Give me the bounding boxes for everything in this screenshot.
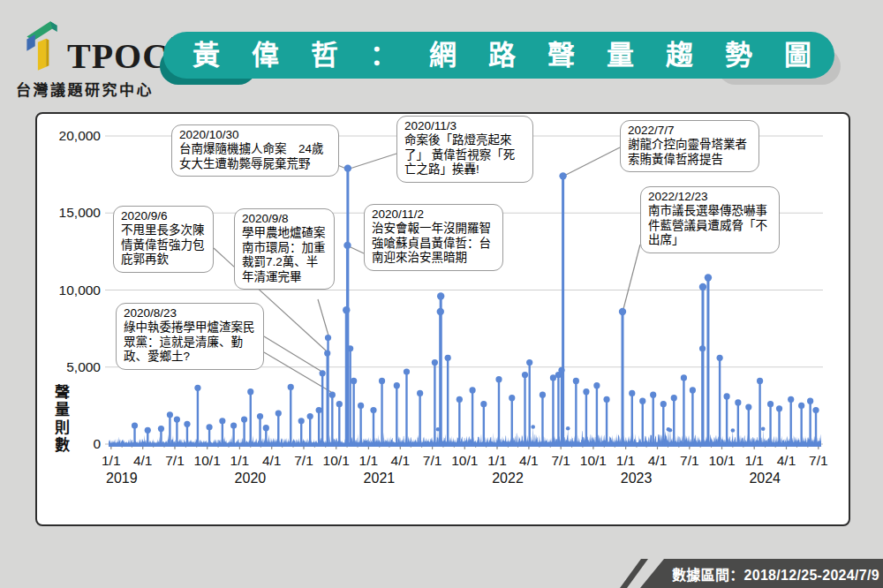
svg-text:7/1: 7/1	[551, 453, 570, 468]
annotation-date: 2020/10/30	[179, 128, 331, 142]
annotation-2022-7-7: 2022/7/7謝龍介控向靈骨塔業者索賄黃偉哲將提告	[620, 120, 759, 172]
svg-text:2019: 2019	[106, 471, 138, 486]
annotation-date: 2020/9/8	[242, 212, 327, 226]
svg-text:4/1: 4/1	[648, 453, 668, 468]
chart-card: 05,00010,00015,00020,0001/120194/17/110/…	[35, 112, 850, 526]
svg-text:2020: 2020	[235, 471, 267, 486]
svg-text:10/1: 10/1	[194, 453, 221, 468]
page-title-banner: 黃偉哲：網路聲量趨勢圖	[163, 32, 834, 79]
annotation-text: 謝龍介控向靈骨塔業者索賄黃偉哲將提告	[628, 138, 751, 167]
page-title: 黃偉哲：網路聲量趨勢圖	[163, 41, 843, 69]
annotation-text: 不甩里長多次陳情黃偉哲強力包庇郭再欽	[121, 223, 206, 267]
page-root: { "page": {"background": "#d7d7d6"}, "lo…	[0, 0, 883, 588]
annotation-text: 命案後「路燈亮起來了」 黃偉哲視察「死亡之路」挨轟!	[404, 133, 525, 177]
logo-ribbon-icon	[16, 16, 65, 72]
annotation-text: 南市議長選舉傳恐嚇事件藍營議員遭威脅「不出席」	[648, 204, 772, 247]
svg-text:1/1: 1/1	[744, 453, 764, 468]
svg-text:2022: 2022	[492, 471, 524, 486]
svg-text:7/1: 7/1	[423, 453, 442, 468]
annotation-2020-8-23: 2020/8/23綠中執委捲學甲爐渣案民眾黨：這就是清廉、勤政、愛鄉土?	[116, 303, 264, 370]
svg-text:1/1: 1/1	[487, 453, 507, 468]
svg-text:2021: 2021	[364, 471, 396, 486]
y-axis-title: 聲量則數	[49, 384, 72, 455]
svg-text:2024: 2024	[749, 471, 781, 486]
logo-subtitle: 台灣議題研究中心	[16, 78, 175, 100]
annotation-date: 2022/7/7	[628, 124, 751, 138]
annotation-date: 2020/9/6	[121, 209, 206, 223]
annotation-2020-11-2: 2020/11/2治安會報一年沒開羅智強嗆蘇貞昌黃偉哲：台南迎來治安黑暗期	[364, 204, 503, 271]
svg-text:1/1: 1/1	[102, 453, 121, 468]
annotation-text: 學甲農地爐碴案南市環局：加重裁罰7.2萬、半年清運完畢	[242, 226, 327, 284]
svg-text:1/1: 1/1	[230, 453, 250, 468]
svg-text:4/1: 4/1	[777, 453, 796, 468]
svg-text:5,000: 5,000	[66, 359, 101, 374]
annotation-date: 2020/11/2	[372, 207, 495, 222]
svg-text:2023: 2023	[621, 471, 653, 486]
annotation-2020-11-3: 2020/11/3命案後「路燈亮起來了」 黃偉哲視察「死亡之路」挨轟!	[396, 116, 533, 183]
svg-text:10/1: 10/1	[708, 453, 735, 468]
annotation-text: 治安會報一年沒開羅智強嗆蘇貞昌黃偉哲：台南迎來治安黑暗期	[372, 222, 495, 265]
logo-brand: TPOC	[67, 41, 169, 72]
data-range-banner: 數據區間：2018/12/25-2024/7/9	[640, 559, 883, 588]
svg-text:7/1: 7/1	[680, 453, 699, 468]
svg-text:1/1: 1/1	[359, 453, 379, 468]
svg-text:15,000: 15,000	[59, 205, 102, 220]
annotation-2020-9-8: 2020/9/8學甲農地爐碴案南市環局：加重裁罰7.2萬、半年清運完畢	[234, 208, 335, 290]
svg-text:4/1: 4/1	[262, 453, 282, 468]
svg-text:4/1: 4/1	[391, 453, 411, 468]
svg-text:4/1: 4/1	[133, 453, 153, 468]
annotation-text: 綠中執委捲學甲爐渣案民眾黨：這就是清廉、勤政、愛鄉土?	[124, 320, 256, 364]
svg-text:4/1: 4/1	[519, 453, 539, 468]
page-title-pill: 黃偉哲：網路聲量趨勢圖	[163, 32, 834, 79]
svg-text:20,000: 20,000	[59, 128, 102, 143]
svg-text:7/1: 7/1	[809, 453, 828, 468]
svg-text:0: 0	[93, 436, 101, 451]
annotation-date: 2020/8/23	[124, 306, 256, 320]
svg-text:10/1: 10/1	[323, 453, 350, 468]
data-range-label: 數據區間：2018/12/25-2024/7/9	[640, 563, 879, 584]
annotation-2020-10-30: 2020/10/30台南爆隨機擄人命案 24歲女大生遭勒斃辱屍棄荒野	[171, 124, 339, 177]
tpoc-logo: TPOC TAIWAN PUBLIC OPINION CENTER 台灣議題研究…	[16, 16, 175, 100]
annotation-date: 2022/12/23	[648, 190, 772, 204]
annotation-text: 台南爆隨機擄人命案 24歲女大生遭勒斃辱屍棄荒野	[179, 142, 331, 171]
svg-text:7/1: 7/1	[165, 453, 185, 468]
annotation-2020-9-6: 2020/9/6不甩里長多次陳情黃偉哲強力包庇郭再欽	[113, 206, 214, 273]
svg-text:1/1: 1/1	[616, 453, 636, 468]
svg-text:10/1: 10/1	[580, 453, 607, 468]
annotation-date: 2020/11/3	[404, 119, 525, 133]
annotation-2022-12-23: 2022/12/23南市議長選舉傳恐嚇事件藍營議員遭威脅「不出席」	[640, 186, 780, 253]
svg-text:7/1: 7/1	[294, 453, 313, 468]
svg-text:10,000: 10,000	[59, 283, 102, 298]
svg-text:10/1: 10/1	[451, 453, 478, 468]
